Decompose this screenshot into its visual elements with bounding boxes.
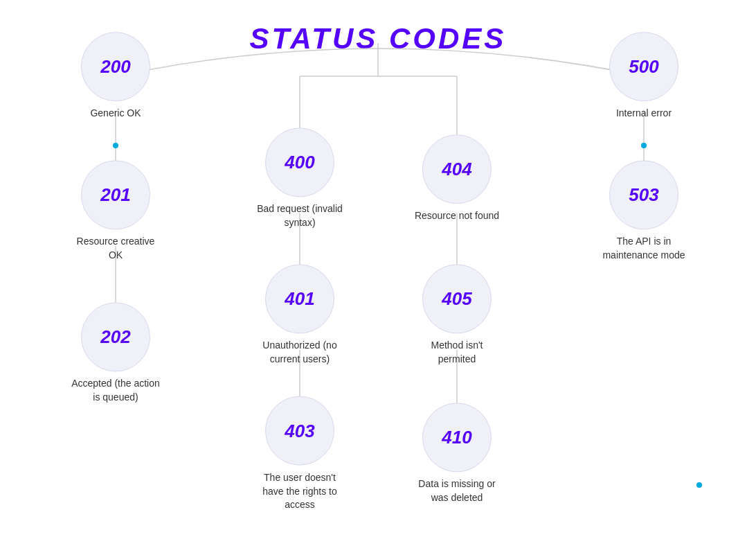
desc-410: Data is missing or was deleted — [412, 477, 502, 504]
code-label-500: 500 — [629, 56, 658, 78]
circle-500: 500 — [609, 32, 678, 101]
code-label-404: 404 — [442, 159, 471, 180]
code-label-400: 400 — [285, 152, 314, 173]
node-405: 405Method isn't permited — [412, 264, 502, 366]
node-200: 200Generic OK — [81, 32, 150, 121]
circle-201: 201 — [81, 160, 150, 229]
circle-403: 403 — [265, 396, 334, 466]
desc-201: Resource creative OK — [71, 235, 161, 262]
code-label-405: 405 — [442, 288, 471, 310]
node-500: 500Internal error — [609, 32, 678, 121]
node-400: 400Bad request (invalid syntax) — [255, 127, 345, 229]
circle-200: 200 — [81, 32, 150, 101]
desc-200: Generic OK — [90, 107, 141, 121]
code-label-202: 202 — [100, 326, 130, 348]
circle-404: 404 — [422, 134, 492, 204]
circle-401: 401 — [265, 264, 334, 333]
code-label-401: 401 — [285, 288, 314, 310]
circle-410: 410 — [422, 403, 492, 472]
connector-dot-0 — [113, 143, 118, 148]
circle-405: 405 — [422, 264, 492, 333]
node-503: 503The API is in maintenance mode — [599, 160, 689, 262]
code-label-200: 200 — [100, 56, 130, 78]
desc-404: Resource not found — [415, 209, 499, 223]
node-201: 201Resource creative OK — [71, 160, 161, 262]
code-label-403: 403 — [285, 420, 314, 441]
node-202: 202Accepted (the action is queued) — [71, 302, 161, 404]
code-label-201: 201 — [100, 184, 130, 206]
node-401: 401Unauthorized (no current users) — [255, 264, 345, 366]
node-410: 410Data is missing or was deleted — [412, 403, 502, 504]
connector-dot-2 — [696, 482, 702, 488]
connector-dot-1 — [641, 143, 647, 148]
desc-405: Method isn't permited — [412, 339, 502, 366]
desc-500: Internal error — [616, 107, 672, 121]
desc-403: The user doesn't have the rights to acce… — [255, 471, 345, 512]
code-label-503: 503 — [629, 184, 658, 206]
circle-503: 503 — [609, 160, 678, 229]
node-403: 403The user doesn't have the rights to a… — [255, 396, 345, 512]
circle-400: 400 — [265, 127, 334, 197]
desc-401: Unauthorized (no current users) — [255, 339, 345, 366]
desc-400: Bad request (invalid syntax) — [255, 202, 345, 229]
node-404: 404Resource not found — [415, 134, 499, 223]
circle-202: 202 — [81, 302, 150, 371]
desc-503: The API is in maintenance mode — [599, 235, 689, 262]
code-label-410: 410 — [442, 427, 471, 448]
desc-202: Accepted (the action is queued) — [71, 377, 161, 404]
